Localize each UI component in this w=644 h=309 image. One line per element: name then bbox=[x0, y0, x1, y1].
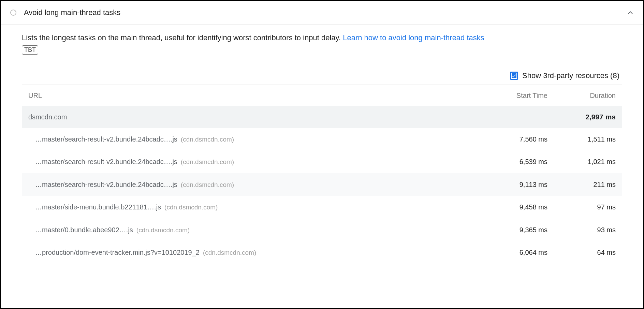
row-duration: 1,511 ms bbox=[547, 134, 616, 144]
table-row[interactable]: …master/0.bundle.abee902….js(cdn.dsmcdn.… bbox=[22, 219, 622, 241]
group-host: dsmcdn.com bbox=[28, 112, 486, 122]
group-duration: 2,997 ms bbox=[547, 112, 616, 122]
third-party-checkbox[interactable] bbox=[510, 72, 518, 80]
third-party-label: Show 3rd-party resources (8) bbox=[522, 70, 619, 81]
tbt-chip: TBT bbox=[22, 45, 38, 55]
row-url-host: (cdn.dsmcdn.com) bbox=[181, 157, 234, 167]
row-duration: 93 ms bbox=[547, 225, 616, 235]
audit-title: Avoid long main-thread tasks bbox=[24, 7, 626, 18]
col-duration: Duration bbox=[547, 90, 616, 101]
row-url-path: …production/dom-event-tracker.min.js?v=1… bbox=[35, 247, 200, 258]
col-start: Start Time bbox=[486, 90, 547, 101]
row-start-time: 6,539 ms bbox=[486, 157, 547, 167]
table-row[interactable]: …master/side-menu.bundle.b221181….js(cdn… bbox=[22, 196, 622, 219]
table-row[interactable]: …production/dom-event-tracker.min.js?v=1… bbox=[22, 241, 622, 264]
row-url-path: …master/search-result-v2.bundle.24bcadc…… bbox=[35, 134, 177, 144]
row-duration: 1,021 ms bbox=[547, 157, 616, 167]
row-url-path: …master/0.bundle.abee902….js bbox=[35, 225, 133, 235]
row-url-path: …master/side-menu.bundle.b221181….js bbox=[35, 202, 161, 212]
status-ring-icon bbox=[10, 10, 16, 16]
table-group-row[interactable]: dsmcdn.com 2,997 ms bbox=[22, 106, 622, 128]
row-url-host: (cdn.dsmcdn.com) bbox=[181, 180, 234, 190]
row-duration: 64 ms bbox=[547, 247, 616, 258]
row-start-time: 9,113 ms bbox=[486, 179, 547, 190]
row-start-time: 9,365 ms bbox=[486, 225, 547, 235]
audit-header[interactable]: Avoid long main-thread tasks bbox=[1, 1, 643, 25]
audit-description-text: Lists the longest tasks on the main thre… bbox=[22, 33, 343, 42]
audit-panel: Avoid long main-thread tasks Lists the l… bbox=[0, 0, 644, 309]
third-party-toggle-row: Show 3rd-party resources (8) bbox=[22, 70, 622, 81]
col-url: URL bbox=[28, 90, 486, 101]
row-duration: 211 ms bbox=[547, 179, 616, 190]
table-header: URL Start Time Duration bbox=[22, 85, 622, 106]
table-row[interactable]: …master/search-result-v2.bundle.24bcadc…… bbox=[22, 173, 622, 196]
learn-more-link[interactable]: Learn how to avoid long main-thread task… bbox=[343, 33, 484, 42]
row-url-host: (cdn.dsmcdn.com) bbox=[164, 203, 218, 212]
table-row[interactable]: …master/search-result-v2.bundle.24bcadc…… bbox=[22, 128, 622, 151]
row-url-host: (cdn.dsmcdn.com) bbox=[181, 135, 234, 145]
audit-body: Lists the longest tasks on the main thre… bbox=[1, 25, 643, 264]
row-url-host: (cdn.dsmcdn.com) bbox=[136, 225, 190, 235]
audit-description: Lists the longest tasks on the main thre… bbox=[22, 32, 622, 55]
row-url-host: (cdn.dsmcdn.com) bbox=[203, 248, 256, 258]
row-start-time: 9,458 ms bbox=[486, 202, 547, 212]
row-start-time: 6,064 ms bbox=[486, 247, 547, 258]
tasks-table: URL Start Time Duration dsmcdn.com 2,997… bbox=[22, 85, 622, 264]
row-duration: 97 ms bbox=[547, 202, 616, 212]
chevron-up-icon[interactable] bbox=[626, 8, 635, 17]
table-row[interactable]: …master/search-result-v2.bundle.24bcadc…… bbox=[22, 150, 622, 173]
row-start-time: 7,560 ms bbox=[486, 134, 547, 144]
row-url-path: …master/search-result-v2.bundle.24bcadc…… bbox=[35, 179, 177, 190]
row-url-path: …master/search-result-v2.bundle.24bcadc…… bbox=[35, 157, 177, 167]
